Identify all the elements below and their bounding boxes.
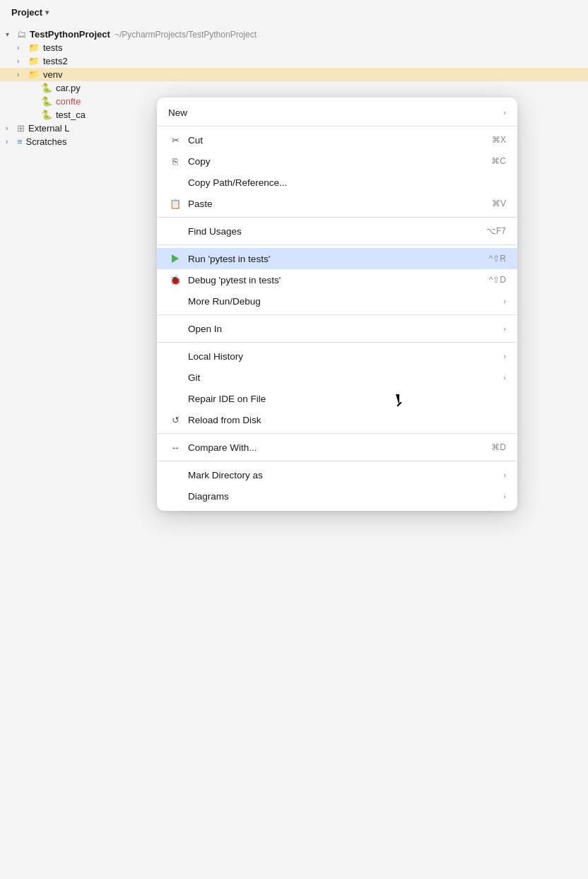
debug-icon: 🐞 bbox=[168, 275, 182, 285]
library-icon: ⊞ bbox=[17, 123, 25, 134]
tree-root[interactable]: ▾ 🗂 TestPythonProject ~/PycharmProjects/… bbox=[0, 28, 588, 41]
python-icon: 🐍 bbox=[41, 110, 52, 120]
compare-icon: ↔ bbox=[168, 442, 182, 453]
item-label: test_ca bbox=[56, 110, 86, 120]
tree-item-tests[interactable]: › 📁 tests bbox=[0, 41, 588, 54]
scratches-icon: ≡ bbox=[17, 136, 23, 147]
root-path: ~/PycharmProjects/TestPythonProject bbox=[114, 30, 257, 40]
python-icon: 🐍 bbox=[41, 83, 52, 93]
submenu-arrow-icon: › bbox=[503, 373, 506, 382]
menu-separator bbox=[157, 461, 517, 461]
menu-label: Cut bbox=[188, 135, 478, 146]
menu-item-repair-ide[interactable]: Repair IDE on File bbox=[157, 388, 517, 409]
panel-title: Project bbox=[11, 7, 42, 18]
run-triangle-icon bbox=[172, 254, 179, 263]
menu-label: Diagrams bbox=[188, 491, 503, 502]
item-label: Scratches bbox=[26, 136, 67, 147]
menu-label: Reload from Disk bbox=[188, 415, 506, 425]
root-label: TestPythonProject bbox=[30, 29, 110, 40]
paste-icon: 📋 bbox=[168, 199, 182, 209]
menu-label: More Run/Debug bbox=[188, 296, 503, 307]
shortcut: ⌘C bbox=[477, 156, 506, 166]
submenu-arrow-icon: › bbox=[503, 108, 506, 117]
folder-icon: 📁 bbox=[28, 42, 40, 53]
menu-separator bbox=[157, 433, 517, 434]
submenu-arrow-icon: › bbox=[503, 492, 506, 500]
menu-item-copy[interactable]: ⎘ Copy ⌘C bbox=[157, 151, 517, 172]
menu-separator bbox=[157, 314, 517, 315]
menu-label: Copy Path/Reference... bbox=[188, 177, 506, 188]
folder-icon: 🗂 bbox=[17, 29, 26, 40]
menu-label: Git bbox=[188, 372, 503, 383]
context-menu: New › ✂ Cut ⌘X ⎘ Copy ⌘C Copy Path/Refer… bbox=[157, 98, 517, 511]
expand-arrow-icon: ▾ bbox=[6, 30, 16, 38]
tree-item-car-py[interactable]: 🐍 car.py bbox=[0, 81, 588, 95]
menu-item-run[interactable]: Run 'pytest in tests' ^⇧R bbox=[157, 248, 517, 269]
menu-item-reload[interactable]: ↺ Reload from Disk bbox=[157, 409, 517, 430]
menu-label: Run 'pytest in tests' bbox=[188, 254, 475, 264]
menu-item-open-in[interactable]: Open In › bbox=[157, 318, 517, 339]
menu-label: Find Usages bbox=[188, 226, 472, 237]
menu-label: Copy bbox=[188, 156, 477, 167]
chevron-down-icon: ▾ bbox=[45, 8, 49, 16]
item-label: confte bbox=[56, 96, 81, 107]
shortcut: ^⇧R bbox=[475, 254, 506, 264]
folder-icon: 📁 bbox=[28, 56, 40, 66]
item-label: tests bbox=[43, 42, 62, 53]
expand-arrow-icon: › bbox=[17, 44, 27, 52]
shortcut: ^⇧D bbox=[475, 275, 506, 285]
menu-item-find-usages[interactable]: Find Usages ⌥F7 bbox=[157, 220, 517, 242]
expand-arrow-icon: › bbox=[17, 71, 27, 78]
item-label: External L bbox=[28, 123, 70, 134]
menu-label: Compare With... bbox=[188, 442, 477, 453]
menu-item-new[interactable]: New › bbox=[157, 102, 517, 123]
python-icon: 🐍 bbox=[41, 96, 52, 107]
submenu-arrow-icon: › bbox=[503, 471, 506, 479]
submenu-arrow-icon: › bbox=[503, 297, 506, 305]
menu-separator bbox=[157, 244, 517, 245]
menu-item-compare-with[interactable]: ↔ Compare With... ⌘D bbox=[157, 437, 517, 458]
expand-arrow-icon: › bbox=[17, 57, 27, 65]
menu-separator bbox=[157, 217, 517, 218]
folder-icon: 📁 bbox=[28, 69, 40, 80]
panel-header[interactable]: Project ▾ bbox=[0, 0, 588, 25]
menu-label: Repair IDE on File bbox=[188, 394, 506, 404]
shortcut: ⌘V bbox=[478, 199, 506, 208]
item-label: tests2 bbox=[43, 56, 68, 66]
menu-item-cut[interactable]: ✂ Cut ⌘X bbox=[157, 129, 517, 151]
scissors-icon: ✂ bbox=[168, 135, 182, 146]
menu-item-more-run[interactable]: More Run/Debug › bbox=[157, 290, 517, 312]
submenu-arrow-icon: › bbox=[503, 324, 506, 333]
menu-label: Paste bbox=[188, 199, 478, 209]
menu-item-git[interactable]: Git › bbox=[157, 367, 517, 388]
submenu-arrow-icon: › bbox=[503, 352, 506, 360]
reload-icon: ↺ bbox=[168, 415, 182, 425]
menu-label: Local History bbox=[188, 351, 503, 362]
menu-label: Mark Directory as bbox=[188, 470, 503, 480]
menu-item-local-history[interactable]: Local History › bbox=[157, 346, 517, 367]
menu-item-diagrams[interactable]: Diagrams › bbox=[157, 485, 517, 507]
shortcut: ⌥F7 bbox=[472, 226, 506, 236]
shortcut: ⌘X bbox=[478, 135, 506, 145]
menu-separator bbox=[157, 126, 517, 126]
run-icon bbox=[168, 254, 182, 263]
item-label: car.py bbox=[56, 83, 81, 93]
menu-label: Debug 'pytest in tests' bbox=[188, 275, 475, 285]
menu-item-copy-path[interactable]: Copy Path/Reference... bbox=[157, 172, 517, 193]
item-label: venv bbox=[43, 69, 62, 80]
menu-item-debug[interactable]: 🐞 Debug 'pytest in tests' ^⇧D bbox=[157, 269, 517, 290]
menu-item-paste[interactable]: 📋 Paste ⌘V bbox=[157, 193, 517, 214]
expand-arrow-icon: › bbox=[6, 138, 16, 146]
expand-arrow-icon: › bbox=[6, 124, 16, 132]
menu-label: New bbox=[168, 107, 503, 118]
tree-item-tests2[interactable]: › 📁 tests2 bbox=[0, 54, 588, 68]
menu-item-mark-directory[interactable]: Mark Directory as › bbox=[157, 464, 517, 485]
tree-item-venv[interactable]: › 📁 venv bbox=[0, 68, 588, 81]
shortcut: ⌘D bbox=[477, 442, 506, 452]
menu-separator bbox=[157, 342, 517, 343]
copy-icon: ⎘ bbox=[168, 156, 182, 167]
menu-label: Open In bbox=[188, 324, 503, 334]
